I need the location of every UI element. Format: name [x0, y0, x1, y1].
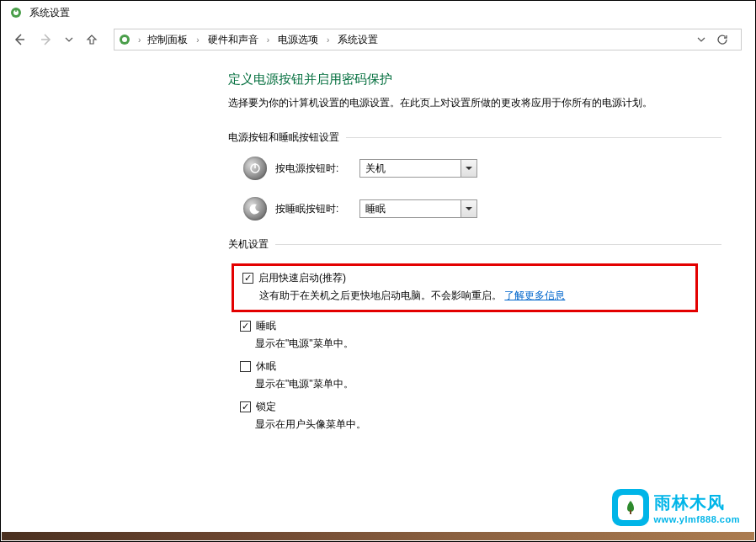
breadcrumb-item[interactable]: 系统设置	[334, 31, 381, 49]
sleep-description: 显示在"电源"菜单中。	[228, 337, 721, 351]
sleep-icon	[243, 197, 267, 221]
svg-rect-6	[254, 163, 256, 168]
main-content: 定义电源按钮并启用密码保护 选择要为你的计算机设置的电源设置。在此页上对设置所做…	[1, 55, 755, 457]
sleep-button-select[interactable]: 睡眠	[359, 199, 477, 218]
select-value: 关机	[365, 162, 386, 176]
breadcrumb-bar[interactable]: › 控制面板 › 硬件和声音 › 电源选项 › 系统设置	[114, 29, 742, 50]
sleep-row: 睡眠	[228, 319, 721, 333]
sleep-button-setting: 按睡眠按钮时: 睡眠	[228, 197, 721, 221]
chevron-right-icon: ›	[193, 35, 202, 45]
page-description: 选择要为你的计算机设置的电源设置。在此页上对设置所做的更改将应用于你所有的电源计…	[228, 96, 721, 110]
hibernate-description: 显示在"电源"菜单中。	[228, 377, 721, 391]
history-dropdown[interactable]	[63, 29, 75, 50]
bottom-decoration	[2, 532, 754, 540]
lock-description: 显示在用户头像菜单中。	[228, 417, 721, 432]
chevron-right-icon: ›	[264, 35, 273, 45]
select-value: 睡眠	[365, 202, 386, 216]
up-button[interactable]	[82, 29, 102, 50]
breadcrumb-item[interactable]: 电源选项	[274, 31, 322, 49]
title-bar: 系统设置	[1, 1, 755, 24]
power-button-setting: 按电源按钮时: 关机	[228, 157, 721, 180]
fast-startup-label[interactable]: 启用快速启动(推荐)	[258, 271, 346, 285]
chevron-right-icon: ›	[135, 35, 144, 45]
hibernate-label[interactable]: 休眠	[256, 359, 276, 374]
lock-row: 锁定	[228, 400, 721, 414]
watermark: 雨林木风 www.ylmf888.com	[612, 489, 740, 526]
svg-rect-2	[15, 8, 17, 12]
section-header-label: 电源按钮和睡眠按钮设置	[228, 130, 339, 145]
learn-more-link[interactable]: 了解更多信息	[504, 290, 565, 301]
power-button-select[interactable]: 关机	[359, 159, 477, 178]
fast-startup-checkbox[interactable]	[242, 273, 253, 284]
fast-startup-description: 这有助于在关机之后更快地启动电脑。不会影响重启。 了解更多信息	[241, 289, 689, 303]
chevron-down-icon	[466, 207, 472, 210]
shutdown-settings-header: 关机设置	[228, 237, 721, 252]
hibernate-row: 休眠	[228, 359, 721, 374]
chevron-right-icon: ›	[323, 35, 333, 45]
fast-startup-row: 启用快速启动(推荐)	[241, 271, 689, 285]
watermark-url: www.ylmf888.com	[654, 514, 740, 524]
nav-bar: › 控制面板 › 硬件和声音 › 电源选项 › 系统设置	[1, 24, 755, 55]
lock-label[interactable]: 锁定	[256, 400, 276, 414]
power-icon	[243, 157, 267, 180]
watermark-logo-icon	[612, 489, 649, 526]
section-header-label: 关机设置	[228, 237, 269, 252]
sleep-button-label: 按睡眠按钮时:	[275, 202, 359, 216]
hibernate-checkbox[interactable]	[240, 361, 251, 372]
refresh-button[interactable]	[712, 29, 732, 50]
svg-rect-7	[630, 510, 631, 514]
breadcrumb-item[interactable]: 硬件和声音	[205, 31, 262, 49]
lock-checkbox[interactable]	[240, 401, 251, 412]
fast-startup-highlight: 启用快速启动(推荐) 这有助于在关机之后更快地启动电脑。不会影响重启。 了解更多…	[232, 263, 698, 312]
sleep-checkbox[interactable]	[240, 321, 251, 332]
forward-button[interactable]	[36, 29, 56, 50]
divider	[275, 244, 721, 245]
power-options-icon	[9, 6, 23, 19]
divider	[346, 137, 721, 138]
button-settings-header: 电源按钮和睡眠按钮设置	[228, 130, 721, 145]
breadcrumb-item[interactable]: 控制面板	[144, 31, 191, 49]
svg-point-4	[122, 37, 127, 42]
breadcrumb: 控制面板 › 硬件和声音 › 电源选项 › 系统设置	[144, 31, 695, 49]
watermark-brand: 雨林木风	[654, 492, 740, 514]
breadcrumb-dropdown[interactable]	[695, 29, 707, 50]
power-options-icon	[118, 33, 131, 46]
power-button-label: 按电源按钮时:	[275, 162, 359, 176]
window-title: 系统设置	[29, 6, 70, 20]
chevron-down-icon	[466, 167, 472, 170]
sleep-label[interactable]: 睡眠	[256, 319, 276, 333]
page-title: 定义电源按钮并启用密码保护	[228, 72, 721, 88]
back-button[interactable]	[9, 29, 29, 50]
